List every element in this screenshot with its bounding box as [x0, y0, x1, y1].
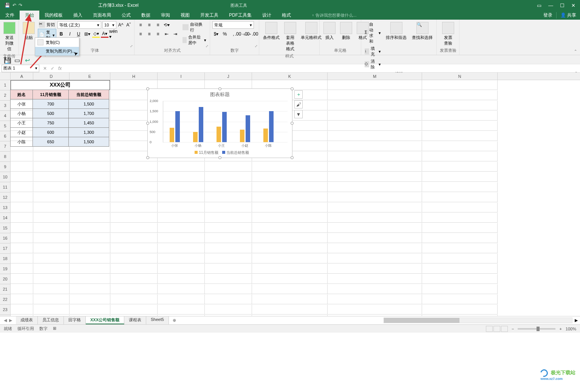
cut-button[interactable]: ✂剪切 [38, 21, 56, 28]
tell-me-input[interactable]: ♀ 告诉我您想要做什么... [311, 12, 356, 18]
horizontal-scrollbar[interactable] [384, 318, 572, 323]
cell-J23[interactable] [205, 305, 252, 315]
cell-J9[interactable] [205, 162, 252, 172]
cell-I18[interactable] [158, 254, 205, 263]
maximize-icon[interactable]: ☐ [560, 3, 565, 8]
cell-E18[interactable] [70, 254, 110, 263]
table-cell-r4c1[interactable]: 650 [32, 137, 69, 147]
col-header-N[interactable]: N [422, 73, 498, 80]
cell-D15[interactable] [33, 223, 70, 233]
cell-E9[interactable] [70, 162, 110, 172]
row-header-19[interactable]: 19 [0, 264, 11, 274]
cell-N15[interactable] [422, 223, 498, 233]
collapse-ribbon-icon[interactable]: ⌃ [574, 49, 577, 53]
minimize-icon[interactable]: — [548, 3, 553, 8]
sheet-tab-XXX公司销售额[interactable]: XXX公司销售额 [86, 316, 124, 324]
cell-I10[interactable] [158, 172, 205, 182]
align-middle-icon[interactable]: ≡ [145, 21, 153, 29]
number-dialog-launcher[interactable]: ⤢ [255, 44, 258, 48]
cell-A19[interactable] [11, 264, 33, 274]
table-cell-r4c2[interactable]: 1,500 [68, 137, 109, 147]
select-all-corner[interactable] [0, 73, 11, 80]
context-tab-设计[interactable]: 设计 [257, 11, 277, 20]
cell-I23[interactable] [158, 305, 205, 315]
table-header-1[interactable]: 11月销售额 [32, 90, 69, 99]
cell-J15[interactable] [205, 223, 252, 233]
cell-M10[interactable] [328, 172, 422, 182]
cell-A14[interactable] [11, 213, 33, 223]
cell-I11[interactable] [158, 182, 205, 192]
enter-formula-icon[interactable]: ✓ [51, 66, 54, 71]
zoom-slider[interactable] [518, 328, 555, 330]
row-header-3[interactable]: 3 [0, 101, 11, 111]
cell-D16[interactable] [33, 233, 70, 243]
cell-H23[interactable] [110, 305, 158, 315]
redo-qat-icon[interactable]: ↷ [19, 3, 22, 8]
cell-N16[interactable] [422, 233, 498, 243]
number-format-combo[interactable]: 常规▾ [212, 21, 254, 29]
status-rec-icon[interactable]: ⊞ [53, 326, 56, 332]
fill-color-button[interactable]: ◇▾ [92, 30, 100, 38]
legend-label-11月销售额[interactable]: 11月销售额 [199, 150, 218, 155]
cell-N6[interactable] [422, 131, 498, 141]
cell-I15[interactable] [158, 223, 205, 233]
cell-K16[interactable] [252, 233, 328, 243]
cell-D12[interactable] [33, 192, 70, 202]
cell-E14[interactable] [70, 213, 110, 223]
cell-K19[interactable] [252, 264, 328, 274]
cell-E16[interactable] [70, 233, 110, 243]
cell-N4[interactable] [422, 111, 498, 121]
percent-icon[interactable]: % [221, 30, 229, 38]
cell-M15[interactable] [328, 223, 422, 233]
row-header-6[interactable]: 6 [0, 131, 11, 141]
bar-小赵-当前总销售额[interactable] [246, 115, 250, 143]
table-cell-r3c0[interactable]: 小赵 [10, 127, 33, 137]
cell-H12[interactable] [110, 192, 158, 202]
table-cell-r2c1[interactable]: 750 [32, 118, 69, 128]
cell-H10[interactable] [110, 172, 158, 182]
cell-A23[interactable] [11, 305, 33, 315]
cell-M1[interactable] [328, 80, 422, 90]
cell-N7[interactable] [422, 141, 498, 151]
cell-H18[interactable] [110, 254, 158, 263]
reply-icon[interactable]: ↩ [25, 57, 31, 63]
cell-A20[interactable] [11, 274, 33, 284]
cell-E15[interactable] [70, 223, 110, 233]
row-header-21[interactable]: 21 [0, 284, 11, 294]
align-dialog-launcher[interactable]: ⤢ [206, 44, 209, 48]
cell-D17[interactable] [33, 243, 70, 253]
zoom-out-icon[interactable]: − [512, 327, 514, 331]
find-select-button[interactable]: 🔍查找和选择 [410, 21, 434, 70]
chart-plot-area[interactable]: 05001,0001,5002,000小张小杨小王小赵小陈 [163, 101, 288, 143]
table-title[interactable]: XXX公司 [11, 80, 110, 90]
col-header-K[interactable]: K [252, 73, 328, 80]
cell-N14[interactable] [422, 213, 498, 223]
chart-handle-w[interactable] [146, 122, 149, 125]
col-header-H[interactable]: H [110, 73, 158, 80]
cell-M23[interactable] [328, 305, 422, 315]
sheet-tab-Sheet5[interactable]: Sheet5 [146, 316, 169, 324]
cell-A10[interactable] [11, 172, 33, 182]
cell-N5[interactable] [422, 121, 498, 131]
cell-E13[interactable] [70, 203, 110, 212]
cell-K11[interactable] [252, 182, 328, 192]
bar-小陈-当前总销售额[interactable] [269, 111, 274, 143]
menu-tab-开发工具[interactable]: 开发工具 [195, 11, 224, 20]
cell-J19[interactable] [205, 264, 252, 274]
cell-E21[interactable] [70, 284, 110, 294]
currency-icon[interactable]: $▾ [212, 30, 220, 38]
cell-K10[interactable] [252, 172, 328, 182]
bar-小王-当前总销售额[interactable] [222, 112, 227, 142]
cell-D20[interactable] [33, 274, 70, 284]
cell-N19[interactable] [422, 264, 498, 274]
cell-D22[interactable] [33, 294, 70, 304]
table-cell-r1c2[interactable]: 1,700 [68, 108, 109, 118]
sheet-nav-next-icon[interactable]: ▶ [9, 318, 12, 323]
chart-handle-nw[interactable] [146, 87, 149, 90]
cell-D9[interactable] [33, 162, 70, 172]
row-header-13[interactable]: 13 [0, 203, 11, 213]
cell-J20[interactable] [205, 274, 252, 284]
cell-N3[interactable] [422, 101, 498, 110]
cell-A8[interactable] [11, 152, 33, 161]
legend-label-当前总销售额[interactable]: 当前总销售额 [226, 150, 249, 155]
